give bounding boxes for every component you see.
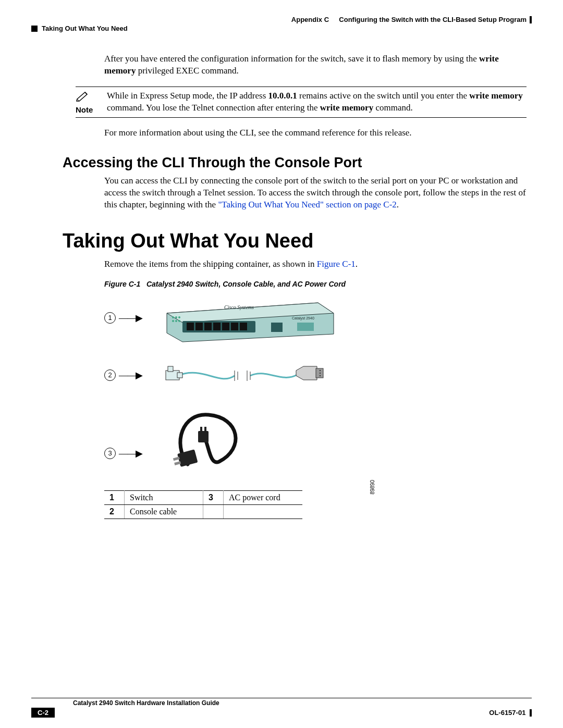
- svg-point-14: [178, 316, 180, 318]
- doc-id: OL-6157-01: [489, 709, 525, 717]
- arrow-icon: ——▶: [119, 448, 142, 459]
- table-row: 1 Switch 3 AC power cord: [104, 490, 302, 504]
- svg-rect-22: [168, 366, 173, 372]
- section-heading-console: Accessing the CLI Through the Console Po…: [63, 155, 532, 171]
- svg-rect-11: [297, 323, 314, 331]
- svg-rect-3: [187, 323, 194, 330]
- svg-point-15: [172, 320, 174, 322]
- svg-point-25: [320, 369, 321, 371]
- note-block: Note While in Express Setup mode, the IP…: [76, 87, 527, 118]
- figure-c1: 1 ——▶ Cisco Syst: [104, 292, 375, 490]
- svg-rect-10: [271, 323, 283, 332]
- cli-info-paragraph: For more information about using the CLI…: [104, 127, 527, 139]
- switch-illustration: Cisco Systems Catalyst 2940: [162, 292, 339, 339]
- svg-point-26: [320, 372, 321, 373]
- appendix-label: Appendix C: [291, 16, 329, 23]
- appendix-title: Configuring the Switch with the CLI-Base…: [339, 16, 527, 23]
- callout-1: 1: [104, 312, 116, 324]
- link-figure-c1[interactable]: Figure C-1: [317, 259, 356, 269]
- chapter-heading: Taking Out What You Need: [63, 230, 532, 252]
- svg-point-17: [178, 320, 180, 322]
- svg-rect-33: [204, 427, 206, 432]
- svg-rect-32: [200, 427, 202, 432]
- power-cord-illustration: [162, 402, 255, 475]
- svg-rect-30: [174, 461, 181, 465]
- svg-marker-23: [296, 366, 317, 380]
- note-label: Note: [76, 105, 100, 114]
- svg-rect-8: [231, 323, 238, 330]
- svg-rect-7: [222, 323, 229, 330]
- console-paragraph: You can access the CLI by connecting the…: [104, 175, 527, 211]
- arrow-icon: ——▶: [119, 312, 142, 324]
- header-bar-icon: [530, 16, 532, 23]
- svg-point-16: [175, 320, 177, 322]
- svg-point-13: [175, 316, 177, 318]
- svg-point-12: [172, 316, 174, 318]
- svg-rect-4: [195, 323, 203, 330]
- svg-rect-29: [173, 456, 180, 461]
- page-footer: Catalyst 2940 Switch Hardware Installati…: [31, 698, 532, 718]
- table-row: 2 Console cable: [104, 504, 302, 519]
- link-taking-out[interactable]: "Taking Out What You Need" section on pa…: [218, 200, 396, 209]
- callout-3: 3: [104, 448, 116, 459]
- shipping-paragraph: Remove the items from the shipping conta…: [104, 258, 527, 270]
- figure-id: 89890: [370, 480, 375, 495]
- callout-2: 2: [104, 369, 116, 381]
- svg-point-27: [320, 375, 321, 376]
- figure-caption: Figure C-1 Catalyst 2940 Switch, Console…: [104, 280, 532, 288]
- running-section-title: Taking Out What You Need: [42, 24, 128, 32]
- note-icon: [76, 90, 100, 103]
- arrow-icon: ——▶: [119, 369, 142, 381]
- console-cable-illustration: [162, 360, 318, 386]
- svg-text:Cisco Systems: Cisco Systems: [224, 304, 254, 310]
- legend-label: AC power cord: [224, 490, 303, 504]
- section-marker-icon: [31, 26, 38, 32]
- legend-label: Switch: [125, 490, 203, 504]
- intro-paragraph: After you have entered the configuration…: [104, 53, 527, 77]
- svg-rect-9: [240, 323, 247, 330]
- figure-legend-table: 1 Switch 3 AC power cord 2 Console cable: [104, 490, 302, 519]
- header-appendix: Appendix C Configuring the Switch with t…: [291, 16, 532, 23]
- legend-label: Console cable: [125, 504, 203, 519]
- legend-num: 3: [203, 490, 224, 504]
- legend-num: 1: [104, 490, 125, 504]
- svg-text:Catalyst 2940: Catalyst 2940: [292, 316, 314, 320]
- svg-rect-31: [198, 431, 209, 442]
- footer-bar-icon: [530, 709, 532, 717]
- legend-num: 2: [104, 504, 125, 519]
- svg-rect-21: [177, 373, 182, 378]
- svg-rect-6: [213, 323, 221, 330]
- note-text: While in Express Setup mode, the IP addr…: [107, 90, 527, 114]
- svg-rect-5: [204, 323, 212, 330]
- footer-guide-title: Catalyst 2940 Switch Hardware Installati…: [31, 698, 219, 707]
- page-number: C-2: [31, 708, 55, 718]
